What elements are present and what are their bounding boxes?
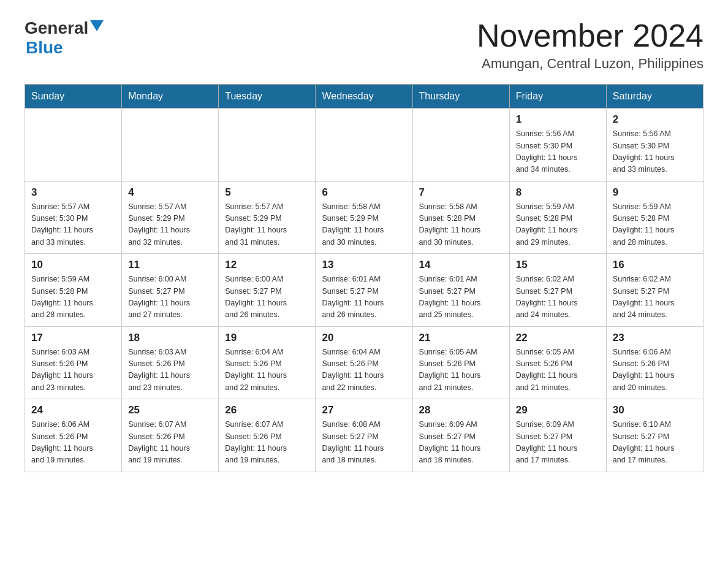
calendar-cell: 28Sunrise: 6:09 AM Sunset: 5:27 PM Dayli… — [412, 399, 509, 472]
calendar-cell: 15Sunrise: 6:02 AM Sunset: 5:27 PM Dayli… — [509, 254, 606, 327]
title-area: November 2024 Amungan, Central Luzon, Ph… — [477, 18, 703, 72]
weekday-header-saturday: Saturday — [606, 85, 703, 109]
calendar-cell — [219, 109, 316, 182]
day-sun-info: Sunrise: 6:09 AM Sunset: 5:27 PM Dayligh… — [516, 419, 600, 467]
logo: General Blue — [25, 18, 104, 58]
day-sun-info: Sunrise: 5:57 AM Sunset: 5:30 PM Dayligh… — [31, 201, 115, 249]
calendar-cell: 12Sunrise: 6:00 AM Sunset: 5:27 PM Dayli… — [219, 254, 316, 327]
day-sun-info: Sunrise: 6:06 AM Sunset: 5:26 PM Dayligh… — [613, 347, 697, 394]
day-number: 21 — [419, 332, 503, 344]
day-sun-info: Sunrise: 5:58 AM Sunset: 5:29 PM Dayligh… — [322, 201, 406, 249]
day-sun-info: Sunrise: 6:05 AM Sunset: 5:26 PM Dayligh… — [419, 347, 503, 394]
day-sun-info: Sunrise: 6:00 AM Sunset: 5:27 PM Dayligh… — [128, 274, 212, 321]
day-sun-info: Sunrise: 6:07 AM Sunset: 5:26 PM Dayligh… — [225, 419, 309, 467]
day-sun-info: Sunrise: 6:07 AM Sunset: 5:26 PM Dayligh… — [128, 419, 212, 467]
weekday-header-wednesday: Wednesday — [316, 85, 412, 109]
day-number: 10 — [31, 259, 115, 271]
day-number: 14 — [419, 259, 503, 271]
weekday-header-friday: Friday — [509, 85, 606, 109]
calendar-cell: 30Sunrise: 6:10 AM Sunset: 5:27 PM Dayli… — [606, 399, 703, 472]
calendar-cell — [316, 109, 412, 182]
calendar-cell: 14Sunrise: 6:01 AM Sunset: 5:27 PM Dayli… — [412, 254, 509, 327]
day-sun-info: Sunrise: 6:04 AM Sunset: 5:26 PM Dayligh… — [225, 347, 309, 394]
day-sun-info: Sunrise: 6:03 AM Sunset: 5:26 PM Dayligh… — [128, 347, 212, 394]
calendar-cell — [122, 109, 219, 182]
weekday-header-monday: Monday — [122, 85, 219, 109]
day-number: 24 — [31, 404, 115, 416]
calendar-cell: 5Sunrise: 5:57 AM Sunset: 5:29 PM Daylig… — [219, 181, 316, 254]
day-number: 17 — [31, 332, 115, 344]
day-number: 25 — [128, 404, 212, 416]
day-number: 20 — [322, 332, 406, 344]
day-number: 26 — [225, 404, 309, 416]
calendar-cell: 8Sunrise: 5:59 AM Sunset: 5:28 PM Daylig… — [509, 181, 606, 254]
day-sun-info: Sunrise: 5:56 AM Sunset: 5:30 PM Dayligh… — [516, 128, 600, 176]
day-sun-info: Sunrise: 5:59 AM Sunset: 5:28 PM Dayligh… — [516, 201, 600, 249]
day-number: 29 — [516, 404, 600, 416]
svg-marker-0 — [90, 20, 104, 31]
day-number: 4 — [128, 186, 212, 199]
calendar-cell: 17Sunrise: 6:03 AM Sunset: 5:26 PM Dayli… — [25, 326, 122, 399]
day-number: 9 — [613, 186, 697, 199]
calendar-week-5: 24Sunrise: 6:06 AM Sunset: 5:26 PM Dayli… — [25, 399, 703, 472]
weekday-header-sunday: Sunday — [25, 85, 122, 109]
day-number: 7 — [419, 186, 503, 199]
calendar-week-3: 10Sunrise: 5:59 AM Sunset: 5:28 PM Dayli… — [25, 254, 703, 327]
calendar-cell: 20Sunrise: 6:04 AM Sunset: 5:26 PM Dayli… — [316, 326, 412, 399]
calendar-cell: 29Sunrise: 6:09 AM Sunset: 5:27 PM Dayli… — [509, 399, 606, 472]
day-sun-info: Sunrise: 6:02 AM Sunset: 5:27 PM Dayligh… — [516, 274, 600, 321]
calendar-cell: 9Sunrise: 5:59 AM Sunset: 5:28 PM Daylig… — [606, 181, 703, 254]
day-number: 8 — [516, 186, 600, 199]
day-number: 6 — [322, 186, 406, 199]
day-number: 22 — [516, 332, 600, 344]
day-number: 28 — [419, 404, 503, 416]
calendar-cell: 3Sunrise: 5:57 AM Sunset: 5:30 PM Daylig… — [25, 181, 122, 254]
calendar-cell: 13Sunrise: 6:01 AM Sunset: 5:27 PM Dayli… — [316, 254, 412, 327]
calendar-cell: 26Sunrise: 6:07 AM Sunset: 5:26 PM Dayli… — [219, 399, 316, 472]
day-sun-info: Sunrise: 6:08 AM Sunset: 5:27 PM Dayligh… — [322, 419, 406, 467]
day-sun-info: Sunrise: 5:57 AM Sunset: 5:29 PM Dayligh… — [128, 201, 212, 249]
day-number: 13 — [322, 259, 406, 271]
day-sun-info: Sunrise: 6:02 AM Sunset: 5:27 PM Dayligh… — [613, 274, 697, 321]
day-sun-info: Sunrise: 6:00 AM Sunset: 5:27 PM Dayligh… — [225, 274, 309, 321]
logo-triangle-icon — [90, 20, 104, 34]
day-number: 2 — [613, 113, 697, 126]
day-number: 3 — [31, 186, 115, 199]
day-number: 1 — [516, 113, 600, 126]
calendar-cell — [25, 109, 122, 182]
day-sun-info: Sunrise: 6:06 AM Sunset: 5:26 PM Dayligh… — [31, 419, 115, 467]
calendar-cell: 10Sunrise: 5:59 AM Sunset: 5:28 PM Dayli… — [25, 254, 122, 327]
logo-general-text: General — [25, 18, 88, 38]
calendar-cell: 24Sunrise: 6:06 AM Sunset: 5:26 PM Dayli… — [25, 399, 122, 472]
day-sun-info: Sunrise: 6:01 AM Sunset: 5:27 PM Dayligh… — [419, 274, 503, 321]
day-number: 30 — [613, 404, 697, 416]
calendar-header-row: SundayMondayTuesdayWednesdayThursdayFrid… — [25, 85, 703, 109]
calendar-cell: 22Sunrise: 6:05 AM Sunset: 5:26 PM Dayli… — [509, 326, 606, 399]
day-sun-info: Sunrise: 5:58 AM Sunset: 5:28 PM Dayligh… — [419, 201, 503, 249]
day-sun-info: Sunrise: 5:56 AM Sunset: 5:30 PM Dayligh… — [613, 128, 697, 176]
weekday-header-thursday: Thursday — [412, 85, 509, 109]
calendar-cell: 23Sunrise: 6:06 AM Sunset: 5:26 PM Dayli… — [606, 326, 703, 399]
day-number: 27 — [322, 404, 406, 416]
day-number: 18 — [128, 332, 212, 344]
calendar-cell: 16Sunrise: 6:02 AM Sunset: 5:27 PM Dayli… — [606, 254, 703, 327]
day-number: 5 — [225, 186, 309, 199]
day-number: 23 — [613, 332, 697, 344]
calendar-cell: 2Sunrise: 5:56 AM Sunset: 5:30 PM Daylig… — [606, 109, 703, 182]
calendar-cell — [412, 109, 509, 182]
calendar-table: SundayMondayTuesdayWednesdayThursdayFrid… — [25, 84, 703, 472]
calendar-cell: 19Sunrise: 6:04 AM Sunset: 5:26 PM Dayli… — [219, 326, 316, 399]
calendar-cell: 7Sunrise: 5:58 AM Sunset: 5:28 PM Daylig… — [412, 181, 509, 254]
day-number: 12 — [225, 259, 309, 271]
logo-blue-text: Blue — [26, 38, 63, 57]
day-sun-info: Sunrise: 6:10 AM Sunset: 5:27 PM Dayligh… — [613, 419, 697, 467]
day-sun-info: Sunrise: 6:09 AM Sunset: 5:27 PM Dayligh… — [419, 419, 503, 467]
calendar-cell: 11Sunrise: 6:00 AM Sunset: 5:27 PM Dayli… — [122, 254, 219, 327]
calendar-week-2: 3Sunrise: 5:57 AM Sunset: 5:30 PM Daylig… — [25, 181, 703, 254]
day-sun-info: Sunrise: 6:03 AM Sunset: 5:26 PM Dayligh… — [31, 347, 115, 394]
calendar-cell: 21Sunrise: 6:05 AM Sunset: 5:26 PM Dayli… — [412, 326, 509, 399]
day-sun-info: Sunrise: 5:59 AM Sunset: 5:28 PM Dayligh… — [31, 274, 115, 321]
calendar-cell: 6Sunrise: 5:58 AM Sunset: 5:29 PM Daylig… — [316, 181, 412, 254]
month-year-title: November 2024 — [477, 18, 703, 53]
calendar-cell: 1Sunrise: 5:56 AM Sunset: 5:30 PM Daylig… — [509, 109, 606, 182]
